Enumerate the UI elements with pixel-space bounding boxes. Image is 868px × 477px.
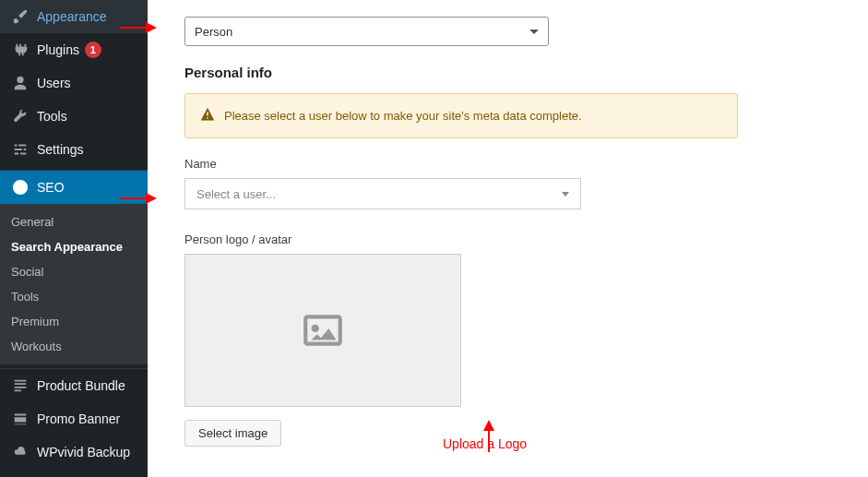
menu-tools[interactable]: Tools: [0, 100, 148, 133]
cloud-icon: [11, 443, 30, 461]
select-image-button[interactable]: Select image: [184, 420, 281, 447]
submenu-general[interactable]: General: [0, 209, 148, 234]
seo-submenu: General Search Appearance Social Tools P…: [0, 204, 148, 364]
menu-plugins[interactable]: Plugins 1: [0, 33, 148, 66]
submenu-workouts[interactable]: Workouts: [0, 334, 148, 359]
menu-label: WPvivid Backup: [37, 445, 130, 459]
plug-icon: [11, 41, 30, 59]
menu-wpvivid[interactable]: WPvivid Backup: [0, 435, 148, 469]
section-heading: Personal info: [184, 65, 738, 80]
submenu-premium[interactable]: Premium: [0, 309, 148, 334]
menu-label: Appearance: [37, 9, 107, 24]
menu-appearance[interactable]: Appearance: [0, 0, 148, 33]
dropdown-placeholder: Select a user...: [196, 187, 276, 201]
menu-label: Promo Banner: [37, 411, 120, 426]
menu-label: Tools: [37, 109, 67, 124]
image-placeholder-icon: [300, 307, 346, 353]
menu-seo[interactable]: SEO: [0, 171, 148, 204]
menu-label: SEO: [37, 180, 65, 195]
brush-icon: [11, 7, 30, 26]
menu-label: Plugins: [37, 42, 79, 57]
menu-users[interactable]: Users: [0, 66, 148, 100]
name-label: Name: [184, 157, 738, 171]
sliders-icon: [11, 140, 30, 159]
avatar-upload-box[interactable]: [184, 254, 461, 407]
menu-product-bundle[interactable]: Product Bundle: [0, 369, 148, 402]
yoast-icon: [11, 178, 30, 197]
avatar-label: Person logo / avatar: [184, 233, 738, 246]
warning-icon: [200, 107, 215, 125]
submenu-social[interactable]: Social: [0, 259, 148, 284]
user-select-dropdown[interactable]: Select a user...: [184, 178, 581, 209]
dropdown-selected-value: Person: [195, 25, 232, 39]
warning-notice: Please select a user below to make your …: [184, 93, 738, 138]
post-icon: [11, 376, 30, 395]
wrench-icon: [11, 107, 30, 125]
menu-settings[interactable]: Settings: [0, 133, 148, 166]
caret-down-icon: [562, 192, 569, 197]
svg-marker-3: [146, 193, 157, 204]
content-area: Person Personal info Please select a use…: [148, 0, 868, 477]
menu-label: Settings: [37, 142, 84, 157]
admin-sidebar: Appearance Plugins 1 Users Tools Setting…: [0, 0, 148, 477]
svg-marker-1: [146, 22, 157, 33]
user-icon: [11, 74, 30, 92]
menu-promo-banner[interactable]: Promo Banner: [0, 402, 148, 435]
update-badge: 1: [85, 42, 101, 58]
submenu-tools[interactable]: Tools: [0, 284, 148, 309]
menu-label: Users: [37, 76, 71, 90]
submenu-search-appearance[interactable]: Search Appearance: [0, 234, 148, 259]
caret-down-icon: [529, 30, 539, 34]
banner-icon: [11, 410, 30, 428]
warning-text: Please select a user below to make your …: [224, 109, 582, 123]
annotation-text: Upload a Logo: [443, 436, 527, 451]
menu-label: Product Bundle: [37, 378, 125, 393]
site-type-dropdown[interactable]: Person: [184, 17, 549, 46]
